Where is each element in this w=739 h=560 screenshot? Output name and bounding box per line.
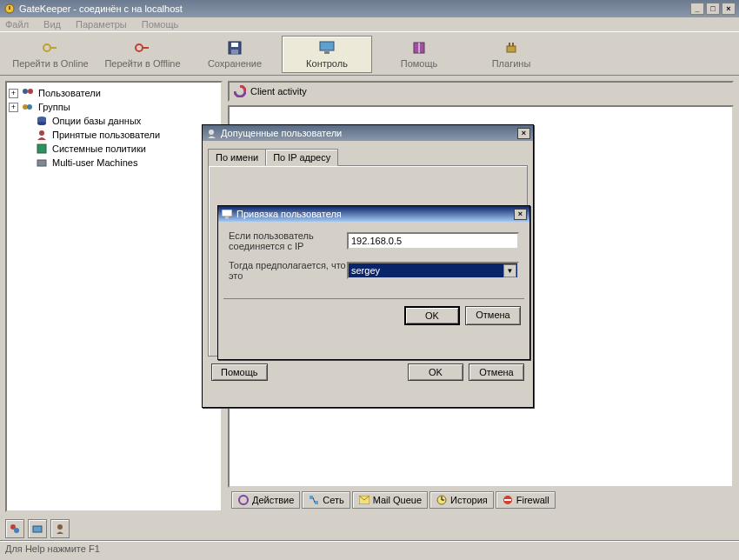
bottom-tab-strip: Действие Сеть Mail Queue История Firewal… (228, 488, 734, 512)
svg-rect-3 (50, 47, 57, 49)
cancel-button[interactable]: Отмена (465, 306, 521, 325)
dialog-close-button[interactable]: × (514, 209, 527, 220)
tree-dbopts[interactable]: Опции базы данных (9, 114, 219, 128)
status-bar: Для Help нажмите F1 (0, 540, 739, 557)
book-icon (410, 39, 428, 57)
computer-icon (221, 208, 233, 220)
svg-point-33 (14, 528, 19, 533)
ok-button[interactable]: OK (408, 363, 463, 381)
tab-history[interactable]: История (429, 491, 494, 509)
user-icon (35, 129, 49, 141)
menu-params[interactable]: Параметры (76, 19, 127, 30)
activity-icon (233, 84, 247, 98)
toolbar-save[interactable]: Сохранение (190, 36, 280, 73)
network-icon (308, 494, 320, 506)
svg-rect-37 (222, 210, 232, 217)
svg-rect-1 (9, 6, 10, 10)
svg-rect-13 (509, 43, 510, 46)
toolbar-plugins[interactable]: Плагины (466, 36, 556, 73)
svg-rect-12 (507, 46, 516, 52)
dialog-tabs: По имени По IP адресу (208, 148, 528, 165)
svg-rect-23 (37, 144, 46, 153)
monitor-icon (318, 39, 336, 57)
clock-icon (436, 494, 448, 506)
toolbar-control[interactable]: Контроль (282, 36, 372, 73)
cancel-button[interactable]: Отмена (469, 363, 524, 381)
svg-rect-9 (320, 42, 334, 50)
help-button[interactable]: Помощь (211, 363, 268, 381)
left-status-icons (0, 517, 75, 540)
tree-syspol[interactable]: Системные политики (9, 142, 219, 156)
svg-rect-5 (142, 47, 149, 49)
svg-point-2 (43, 44, 50, 51)
svg-point-4 (136, 44, 143, 51)
status-icon-2[interactable] (28, 519, 47, 538)
svg-point-18 (27, 104, 32, 110)
activity-icon (237, 494, 250, 506)
machines-icon (35, 157, 49, 169)
dialog-close-button[interactable]: × (517, 128, 530, 139)
ip-input[interactable] (347, 232, 519, 250)
svg-point-21 (37, 122, 46, 125)
status-icon-1[interactable] (5, 519, 24, 538)
svg-rect-34 (33, 526, 42, 532)
svg-point-36 (209, 130, 214, 135)
groups-icon (21, 101, 35, 113)
svg-rect-10 (324, 51, 330, 54)
ip-label: Если пользователь соединяется с IP (229, 230, 347, 251)
tab-mail[interactable]: Mail Queue (352, 491, 428, 509)
key-icon (42, 39, 59, 57)
svg-point-15 (23, 89, 28, 94)
user-select[interactable]: sergey ▼ (347, 262, 519, 279)
toolbar-online[interactable]: Перейти в Online (5, 36, 96, 73)
app-icon (3, 3, 16, 15)
window-title: GateKeeper - соединён с на localhost (19, 3, 183, 14)
tab-by-ip[interactable]: По IP адресу (265, 149, 338, 166)
svg-point-22 (39, 130, 44, 136)
svg-rect-38 (225, 217, 229, 219)
close-button[interactable]: × (722, 3, 736, 15)
svg-rect-24 (37, 160, 46, 166)
expand-icon[interactable]: + (9, 103, 18, 112)
menu-file[interactable]: Файл (5, 19, 29, 30)
svg-point-35 (57, 524, 63, 530)
chevron-down-icon[interactable]: ▼ (503, 264, 516, 277)
toolbar-offline[interactable]: Перейти в Offline (97, 36, 188, 73)
tab-firewall[interactable]: Firewall (496, 491, 556, 509)
tree-multi[interactable]: Multi-user Machines (9, 156, 219, 170)
window-titlebar: GateKeeper - соединён с на localhost _ □… (0, 0, 739, 17)
firewall-icon (502, 494, 514, 506)
tree-accepted[interactable]: Принятые пользователи (9, 128, 219, 142)
user-binding-dialog: Привязка пользователя × Если пользовател… (217, 205, 530, 360)
svg-rect-31 (504, 499, 511, 501)
expand-icon[interactable]: + (9, 89, 18, 98)
svg-rect-8 (231, 50, 238, 54)
users-icon (21, 87, 35, 99)
maximize-button[interactable]: □ (706, 3, 720, 15)
toolbar-help[interactable]: Помощь (374, 36, 464, 73)
tree-users[interactable]: + Пользователи (9, 86, 219, 100)
minimize-button[interactable]: _ (690, 3, 704, 15)
menu-help[interactable]: Помощь (142, 19, 179, 30)
status-icon-3[interactable] (50, 519, 70, 538)
dialog-titlebar: Допущенные пользователи × (203, 125, 533, 141)
menu-bar: Файл Вид Параметры Помощь (0, 17, 739, 31)
key-red-icon (134, 39, 151, 57)
user-label: Тогда предполагается, что это (229, 260, 347, 281)
plugin-icon (503, 39, 520, 57)
menu-view[interactable]: Вид (43, 19, 61, 30)
panel-caption: Client activity (228, 81, 734, 102)
user-icon (205, 127, 217, 139)
svg-rect-27 (315, 501, 318, 504)
tab-by-name[interactable]: По имени (208, 149, 266, 166)
svg-rect-14 (512, 43, 514, 46)
database-icon (35, 115, 49, 127)
tab-action[interactable]: Действие (231, 491, 300, 509)
toolbar: Перейти в Online Перейти в Offline Сохра… (0, 31, 739, 76)
ok-button[interactable]: OK (404, 306, 460, 325)
svg-point-16 (28, 89, 33, 94)
tree-groups[interactable]: + Группы (9, 100, 219, 114)
floppy-icon (226, 39, 243, 57)
tab-net[interactable]: Сеть (302, 491, 350, 509)
mail-icon (358, 494, 370, 506)
